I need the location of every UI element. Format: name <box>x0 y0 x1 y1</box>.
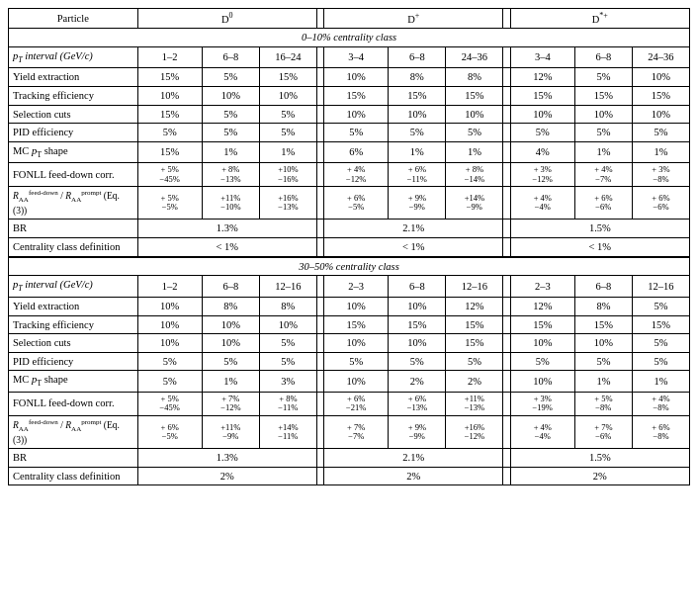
br-d0-s2: 1.3% <box>137 449 316 468</box>
pid-d0-s1-2: 5% <box>259 124 316 142</box>
yield-dstar-s1-1: 5% <box>574 68 632 87</box>
br-dplus-s1: 2.1% <box>324 220 503 238</box>
cent-def-label-s2: Centrality class definition <box>9 467 138 485</box>
raa-dplus-s1-1: + 9%−9% <box>389 187 446 220</box>
br-label-s1: BR <box>9 220 138 238</box>
br-dplus-s2: 2.1% <box>324 449 503 468</box>
pt-d0-s2-0: 1–2 <box>137 276 202 297</box>
mc-dplus-s2-1: 2% <box>389 371 446 392</box>
tracking-d0-s1-2: 10% <box>259 86 316 105</box>
yield-dstar-s2-1: 8% <box>574 297 632 315</box>
mc-dstar-s2-2: 1% <box>632 371 689 392</box>
selection-d0-s2-2: 5% <box>259 334 316 353</box>
cent-def-d0-s2: 2% <box>137 467 316 485</box>
selection-dplus-s2-2: 15% <box>446 334 503 353</box>
fonll-d0-s2-1: + 7%−12% <box>202 392 259 415</box>
dplus-header: D+ <box>324 9 503 29</box>
raa-dstar-s2-1: + 7%−6% <box>574 415 632 448</box>
tracking-dstar-s1-1: 15% <box>574 86 632 105</box>
pid-d0-s2-1: 5% <box>202 352 259 371</box>
pid-dstar-s2-2: 5% <box>632 352 689 371</box>
selection-d0-s2-0: 10% <box>137 334 202 353</box>
yield-d0-s1-1: 5% <box>202 68 259 87</box>
pt-d0-s1-1: 6–8 <box>202 46 259 67</box>
pid-dstar-s1-1: 5% <box>574 124 632 142</box>
pt-dstar-s2-2: 12–16 <box>632 276 689 297</box>
tracking-dstar-s1-0: 15% <box>510 86 574 105</box>
pt-interval-label-s2: pT interval (GeV/c) <box>9 276 138 297</box>
pid-dstar-s1-2: 5% <box>632 124 689 142</box>
tracking-dplus-s2-0: 15% <box>324 315 389 334</box>
pt-dstar-s1-0: 3–4 <box>510 46 574 67</box>
mc-dplus-s2-2: 2% <box>446 371 503 392</box>
mc-dplus-s1-2: 1% <box>446 141 503 162</box>
pt-dplus-s2-2: 12–16 <box>446 276 503 297</box>
tracking-dstar-s1-2: 15% <box>632 86 689 105</box>
pid-dplus-s2-0: 5% <box>324 352 389 371</box>
fonll-dplus-s2-0: + 6%−21% <box>324 392 389 415</box>
mc-dstar-s1-0: 4% <box>510 141 574 162</box>
fonll-dstar-s2-0: + 3%−19% <box>510 392 574 415</box>
fonll-dplus-s2-2: +11%−13% <box>446 392 503 415</box>
pid-dplus-s1-1: 5% <box>389 124 446 142</box>
mc-dstar-s2-1: 1% <box>574 371 632 392</box>
pid-dplus-s2-2: 5% <box>446 352 503 371</box>
raa-d0-s2-2: +14%−11% <box>259 415 316 448</box>
selection-dstar-s1-0: 10% <box>510 105 574 124</box>
yield-label-s2: Yield extraction <box>9 297 138 315</box>
pid-dstar-s2-0: 5% <box>510 352 574 371</box>
fonll-dstar-s1-0: + 3%−12% <box>510 163 574 187</box>
selection-dstar-s2-1: 10% <box>574 334 632 353</box>
cent-def-dstar-s1: < 1% <box>510 238 689 257</box>
br-dstar-s2: 1.5% <box>510 449 689 468</box>
raa-dplus-s2-0: + 7%−7% <box>324 415 389 448</box>
d0-header: D0 <box>137 9 316 29</box>
fonll-dstar-s1-2: + 3%−8% <box>632 163 689 187</box>
yield-dstar-s2-2: 5% <box>632 297 689 315</box>
pt-dstar-s1-1: 6–8 <box>574 46 632 67</box>
yield-dplus-s2-1: 10% <box>389 297 446 315</box>
yield-label-s1: Yield extraction <box>9 68 138 87</box>
pt-interval-label-s1: pT interval (GeV/c) <box>9 46 138 67</box>
tracking-label-s2: Tracking efficiency <box>9 315 138 334</box>
pid-dstar-s2-1: 5% <box>574 352 632 371</box>
yield-dplus-s1-0: 10% <box>324 68 389 87</box>
cent-def-dstar-s2: 2% <box>510 467 689 485</box>
fonll-dstar-s2-2: + 4%−8% <box>632 392 689 415</box>
pid-dstar-s1-0: 5% <box>510 124 574 142</box>
raa-label-s1: RAAfeed-down / RAAprompt (Eq. (3)) <box>9 187 138 220</box>
mc-d0-s1-2: 1% <box>259 141 316 162</box>
fonll-label-s2: FONLL feed-down corr. <box>9 392 138 415</box>
tracking-dplus-s1-0: 15% <box>324 86 389 105</box>
yield-dstar-s1-2: 10% <box>632 68 689 87</box>
cent-def-dplus-s1: < 1% <box>324 238 503 257</box>
pid-dplus-s2-1: 5% <box>389 352 446 371</box>
pt-dstar-s2-0: 2–3 <box>510 276 574 297</box>
fonll-dplus-s1-2: + 8%−14% <box>446 163 503 187</box>
tracking-label-s1: Tracking efficiency <box>9 86 138 105</box>
mc-d0-s1-0: 15% <box>137 141 202 162</box>
pt-d0-s1-2: 16–24 <box>259 46 316 67</box>
selection-dplus-s1-0: 10% <box>324 105 389 124</box>
br-d0-s1: 1.3% <box>137 220 316 238</box>
raa-label-s2: RAAfeed-down / RAAprompt (Eq. (3)) <box>9 415 138 448</box>
selection-dplus-s2-0: 10% <box>324 334 389 353</box>
mc-label-s2: MC pT shape <box>9 371 138 392</box>
raa-d0-s1-1: +11%−10% <box>202 187 259 220</box>
mc-label-s1: MC pT shape <box>9 141 138 162</box>
raa-d0-s2-0: + 6%−5% <box>137 415 202 448</box>
yield-d0-s1-2: 15% <box>259 68 316 87</box>
raa-dstar-s1-2: + 6%−6% <box>632 187 689 220</box>
pid-d0-s2-2: 5% <box>259 352 316 371</box>
pt-dplus-s1-1: 6–8 <box>389 46 446 67</box>
mc-dplus-s1-0: 6% <box>324 141 389 162</box>
mc-d0-s2-2: 3% <box>259 371 316 392</box>
selection-dplus-s1-1: 10% <box>389 105 446 124</box>
tracking-dplus-s1-1: 15% <box>389 86 446 105</box>
particle-header: Particle <box>9 9 138 29</box>
pid-d0-s1-1: 5% <box>202 124 259 142</box>
raa-dstar-s2-2: + 6%−8% <box>632 415 689 448</box>
pt-dstar-s1-2: 24–36 <box>632 46 689 67</box>
selection-dplus-s2-1: 10% <box>389 334 446 353</box>
raa-dplus-s1-0: + 6%−5% <box>324 187 389 220</box>
